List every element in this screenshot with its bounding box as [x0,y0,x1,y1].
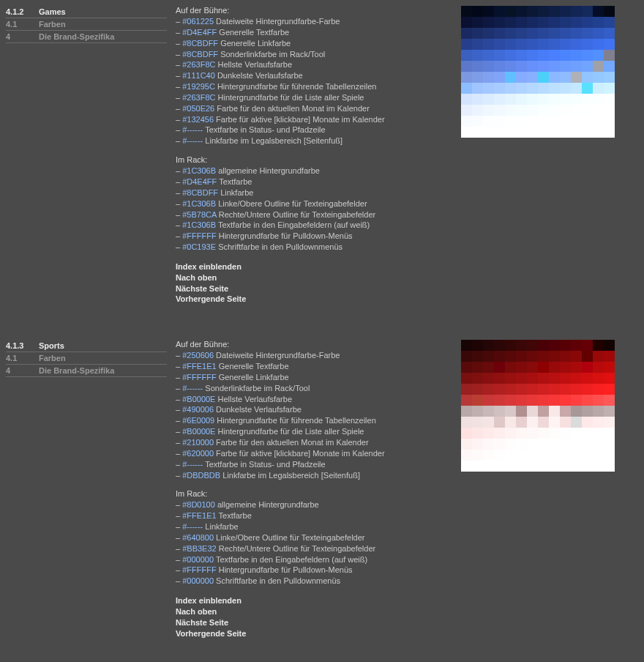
color-swatch[interactable] [494,406,505,417]
color-swatch[interactable] [516,72,527,83]
color-swatch[interactable] [472,94,483,105]
color-swatch[interactable] [593,127,604,138]
color-swatch[interactable] [549,450,560,461]
color-swatch[interactable] [582,384,593,395]
nav-link[interactable]: Vorhergende Seite [176,294,461,305]
color-swatch[interactable] [582,395,593,406]
color-swatch[interactable] [494,351,505,362]
color-swatch[interactable] [549,362,560,373]
sidebar-item[interactable]: 4Die Brand-Spezifika [6,31,167,43]
color-swatch[interactable] [593,373,604,384]
color-swatch[interactable] [604,417,615,428]
color-swatch[interactable] [549,384,560,395]
color-swatch[interactable] [593,116,604,127]
color-swatch[interactable] [538,450,549,461]
color-swatch[interactable] [483,17,494,28]
hex-code[interactable]: #D4E4FF [182,177,217,186]
color-swatch[interactable] [516,417,527,428]
color-swatch[interactable] [527,428,538,439]
color-swatch[interactable] [461,105,472,116]
color-swatch[interactable] [527,17,538,28]
color-swatch[interactable] [516,351,527,362]
color-swatch[interactable] [560,384,571,395]
color-swatch[interactable] [483,362,494,373]
color-swatch[interactable] [472,428,483,439]
color-swatch[interactable] [483,373,494,384]
color-swatch[interactable] [582,83,593,94]
color-swatch[interactable] [560,450,571,461]
color-swatch[interactable] [483,94,494,105]
color-swatch[interactable] [461,439,472,450]
color-swatch[interactable] [604,127,615,138]
color-swatch[interactable] [472,417,483,428]
color-swatch[interactable] [560,340,571,351]
color-swatch[interactable] [527,417,538,428]
color-swatch[interactable] [549,417,560,428]
color-swatch[interactable] [604,94,615,105]
color-swatch[interactable] [560,362,571,373]
color-swatch[interactable] [604,39,615,50]
hex-code[interactable]: #8D0100 [182,500,215,509]
color-swatch[interactable] [593,105,604,116]
color-swatch[interactable] [549,351,560,362]
color-swatch[interactable] [549,428,560,439]
color-swatch[interactable] [461,406,472,417]
color-swatch[interactable] [516,50,527,61]
hex-code[interactable]: #050E26 [182,104,214,113]
color-swatch[interactable] [604,439,615,450]
color-swatch[interactable] [472,461,483,472]
color-swatch[interactable] [461,61,472,72]
color-swatch[interactable] [604,61,615,72]
color-swatch[interactable] [593,439,604,450]
color-swatch[interactable] [604,461,615,472]
color-swatch[interactable] [582,116,593,127]
color-swatch[interactable] [461,351,472,362]
color-swatch[interactable] [494,461,505,472]
color-swatch[interactable] [461,340,472,351]
color-swatch[interactable] [604,428,615,439]
color-swatch[interactable] [494,94,505,105]
color-swatch[interactable] [505,395,516,406]
color-swatch[interactable] [494,105,505,116]
color-swatch[interactable] [516,384,527,395]
color-swatch[interactable] [604,384,615,395]
color-swatch[interactable] [571,127,582,138]
color-swatch[interactable] [472,116,483,127]
nav-link[interactable]: Vorhergende Seite [176,628,461,639]
color-swatch[interactable] [505,39,516,50]
color-swatch[interactable] [571,50,582,61]
color-swatch[interactable] [472,406,483,417]
hex-code[interactable]: #132456 [182,115,214,124]
hex-code[interactable]: #B0000E [182,395,215,403]
color-swatch[interactable] [571,450,582,461]
color-swatch[interactable] [582,28,593,39]
color-swatch[interactable] [538,362,549,373]
color-swatch[interactable] [582,417,593,428]
color-swatch[interactable] [538,373,549,384]
color-swatch[interactable] [560,72,571,83]
color-swatch[interactable] [571,406,582,417]
color-swatch[interactable] [461,384,472,395]
color-swatch[interactable] [516,94,527,105]
hex-code[interactable]: #FFE1E1 [182,511,216,520]
hex-code[interactable]: #210000 [182,438,214,447]
color-swatch[interactable] [527,6,538,17]
color-swatch[interactable] [549,6,560,17]
color-swatch[interactable] [516,28,527,39]
color-swatch[interactable] [472,439,483,450]
color-swatch[interactable] [582,428,593,439]
color-swatch[interactable] [527,384,538,395]
color-swatch[interactable] [593,362,604,373]
color-swatch[interactable] [505,461,516,472]
color-swatch[interactable] [593,461,604,472]
color-swatch[interactable] [527,450,538,461]
color-swatch[interactable] [494,384,505,395]
color-swatch[interactable] [560,428,571,439]
hex-code[interactable]: #BB3E32 [182,544,216,553]
color-swatch[interactable] [593,72,604,83]
color-swatch[interactable] [461,127,472,138]
color-swatch[interactable] [582,105,593,116]
color-swatch[interactable] [472,39,483,50]
color-swatch[interactable] [483,39,494,50]
color-swatch[interactable] [560,417,571,428]
